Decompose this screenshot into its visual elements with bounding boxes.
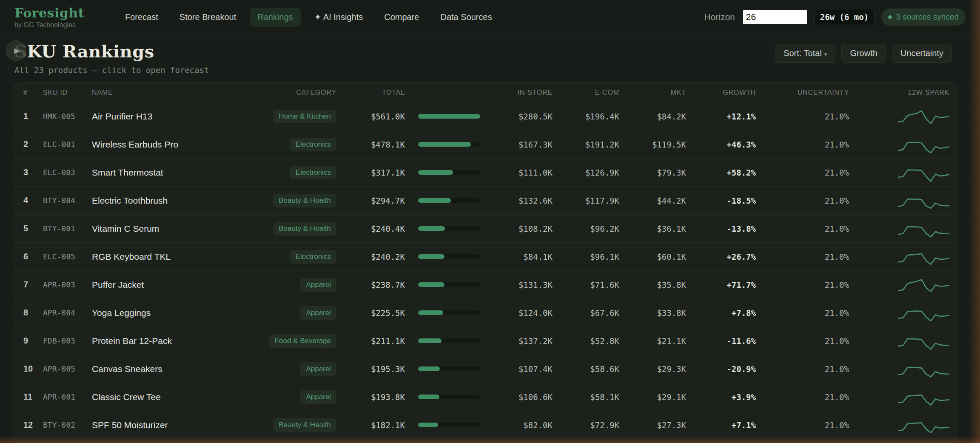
total-bar-track bbox=[418, 170, 480, 175]
sku-id: ELC-001 bbox=[43, 140, 92, 149]
total-bar bbox=[405, 226, 489, 231]
product-name: Wireless Earbuds Pro bbox=[92, 139, 245, 150]
table-row[interactable]: 3 ELC-003 Smart Thermostat Electronics $… bbox=[13, 158, 957, 186]
nav-item-forecast[interactable]: Forecast bbox=[117, 8, 166, 27]
column-header-name: NAME bbox=[92, 89, 245, 97]
product-name: Smart Thermostat bbox=[92, 168, 245, 178]
ecom-value: $96.2K bbox=[553, 224, 619, 233]
table-body: 1 HMK-005 Air Purifier H13 Home & Kitche… bbox=[13, 102, 957, 439]
in-store-value: $280.5K bbox=[489, 112, 553, 121]
horizon-input[interactable] bbox=[743, 10, 807, 24]
uncertainty-value: 21.0% bbox=[756, 224, 849, 233]
in-store-value: $167.3K bbox=[489, 140, 553, 149]
in-store-value: $107.4K bbox=[489, 364, 553, 374]
sparkline-svg bbox=[898, 218, 949, 240]
growth-value: +26.7% bbox=[686, 252, 756, 261]
topbar-right: Horizon 26w (6 mo) 3 sources synced bbox=[704, 9, 966, 26]
category-badge: Apparel bbox=[300, 390, 336, 404]
nav-item-store-breakout[interactable]: Store Breakout bbox=[172, 8, 244, 27]
total-bar bbox=[405, 170, 489, 175]
table-row[interactable]: 7 APR-003 Puffer Jacket Apparel $238.7K … bbox=[13, 270, 957, 298]
nav-item--ai-insights[interactable]: ✦ AI Insights bbox=[307, 7, 371, 27]
play-button[interactable]: ▶ bbox=[6, 40, 26, 61]
growth-value: +7.1% bbox=[686, 420, 756, 430]
total-bar bbox=[405, 198, 489, 203]
total-bar-fill bbox=[418, 338, 442, 343]
column-header-growth: GROWTH bbox=[686, 89, 756, 97]
sources-synced-badge: 3 sources synced bbox=[881, 9, 966, 26]
product-name: Electric Toothbrush bbox=[92, 196, 245, 206]
table-row[interactable]: 8 APR-004 Yoga Leggings Apparel $225.5K … bbox=[13, 298, 957, 327]
table-row[interactable]: 5 BTY-001 Vitamin C Serum Beauty & Healt… bbox=[13, 214, 957, 242]
nav-item-compare[interactable]: Compare bbox=[376, 8, 427, 27]
table-row[interactable]: 6 ELC-005 RGB Keyboard TKL Electronics $… bbox=[13, 242, 957, 270]
nav-item-rankings[interactable]: Rankings bbox=[250, 8, 300, 27]
product-name: Classic Crew Tee bbox=[92, 392, 245, 402]
total-bar-track bbox=[418, 366, 480, 371]
nav-item-data-sources[interactable]: Data Sources bbox=[433, 8, 499, 27]
app-screen: Foresight by GG Technologies ForecastSto… bbox=[0, 0, 980, 443]
sparkline-svg bbox=[898, 414, 949, 436]
column-header-spark: 12W SPARK bbox=[849, 89, 949, 97]
growth-value: -13.8% bbox=[686, 224, 756, 233]
table-row[interactable]: 9 FDB-003 Protein Bar 12-Pack Food & Bev… bbox=[13, 327, 957, 355]
column-header-category: CATEGORY bbox=[245, 89, 336, 97]
sparkline-chart bbox=[849, 302, 949, 324]
ecom-value: $117.9K bbox=[553, 196, 619, 205]
ecom-value: $71.6K bbox=[553, 280, 619, 290]
uncertainty-value: 21.0% bbox=[756, 252, 849, 261]
table-row[interactable]: 2 ELC-001 Wireless Earbuds Pro Electroni… bbox=[13, 130, 957, 158]
table-row[interactable]: 10 APR-005 Canvas Sneakers Apparel $195.… bbox=[13, 355, 957, 383]
column-header-sku: SKU ID bbox=[43, 89, 92, 97]
uncertainty-value: 21.0% bbox=[756, 364, 849, 374]
in-store-value: $137.2K bbox=[489, 336, 553, 346]
table-row[interactable]: 12 BTY-002 SPF 50 Moisturizer Beauty & H… bbox=[13, 411, 957, 439]
sku-id: HMK-005 bbox=[43, 112, 92, 121]
sync-status-text: 3 sources synced bbox=[896, 12, 959, 22]
product-name: Air Purifier H13 bbox=[92, 111, 245, 122]
sku-id: BTY-001 bbox=[43, 224, 92, 233]
total-bar-fill bbox=[418, 282, 444, 287]
column-header-rank: # bbox=[13, 89, 43, 97]
total-bar-track bbox=[418, 226, 480, 231]
total-value: $211.1K bbox=[336, 336, 405, 346]
sparkline-chart bbox=[849, 414, 949, 436]
mkt-value: $21.1K bbox=[619, 336, 686, 346]
ecom-value: $96.1K bbox=[553, 252, 619, 261]
total-bar bbox=[405, 366, 489, 371]
product-name: RGB Keyboard TKL bbox=[92, 252, 245, 262]
mkt-value: $36.1K bbox=[619, 224, 686, 233]
table-row[interactable]: 1 HMK-005 Air Purifier H13 Home & Kitche… bbox=[13, 102, 957, 130]
rank-value: 7 bbox=[13, 280, 43, 290]
total-bar-fill bbox=[418, 170, 453, 175]
total-bar-track bbox=[418, 198, 480, 203]
uncertainty-value: 21.0% bbox=[756, 336, 849, 346]
sparkline-chart bbox=[849, 274, 949, 296]
total-bar-track bbox=[418, 310, 480, 315]
total-bar-fill bbox=[418, 395, 439, 399]
rank-value: 10 bbox=[13, 364, 43, 374]
page-title: SKU Rankings bbox=[14, 41, 966, 61]
table-header-row: # SKU ID NAME CATEGORY TOTAL IN-STORE E-… bbox=[13, 83, 957, 102]
total-value: $240.4K bbox=[336, 224, 405, 233]
sku-id: APR-003 bbox=[43, 280, 92, 289]
mkt-value: $79.3K bbox=[619, 168, 686, 177]
uncertainty-value: 21.0% bbox=[756, 140, 849, 149]
total-bar-track bbox=[418, 114, 480, 119]
total-bar bbox=[405, 423, 489, 427]
rank-value: 8 bbox=[13, 308, 43, 318]
sku-id: ELC-005 bbox=[43, 252, 92, 261]
sync-status-dot-icon bbox=[888, 15, 892, 19]
sparkline-svg bbox=[898, 162, 949, 184]
mkt-value: $29.3K bbox=[619, 364, 686, 374]
in-store-value: $82.0K bbox=[489, 420, 553, 430]
total-value: $317.1K bbox=[336, 168, 405, 177]
sparkline-chart bbox=[849, 386, 949, 408]
in-store-value: $132.6K bbox=[489, 196, 553, 205]
rank-value: 12 bbox=[13, 420, 43, 430]
total-bar bbox=[405, 254, 489, 259]
table-row[interactable]: 11 APR-001 Classic Crew Tee Apparel $193… bbox=[13, 383, 957, 411]
uncertainty-value: 21.0% bbox=[756, 392, 849, 402]
sku-id: APR-001 bbox=[43, 392, 92, 401]
table-row[interactable]: 4 BTY-004 Electric Toothbrush Beauty & H… bbox=[13, 186, 957, 214]
